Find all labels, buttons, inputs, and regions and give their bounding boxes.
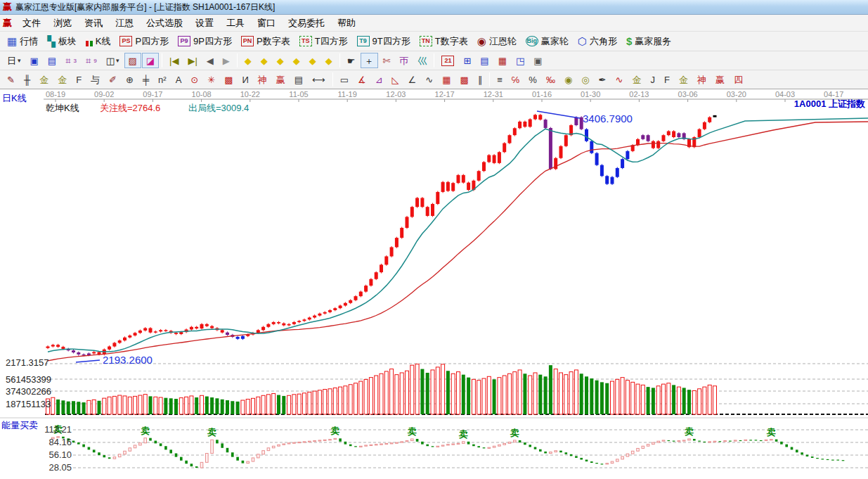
t-number-table-button[interactable]: TNT数字表 bbox=[415, 34, 472, 49]
calculator-tool[interactable]: ⊞ bbox=[459, 53, 475, 68]
go-last-button[interactable]: ▶| bbox=[183, 53, 201, 68]
kline-button[interactable]: K线 bbox=[82, 34, 115, 49]
draw-red-grid-tool[interactable]: ▩ bbox=[220, 72, 237, 87]
draw-list-tool[interactable]: ≡ bbox=[493, 72, 507, 87]
diamond-zoom-out-tool[interactable]: ◆ bbox=[321, 53, 337, 68]
9p-square-button[interactable]: P99P四方形 bbox=[174, 34, 236, 49]
draw-gold-ring-tool[interactable]: ◎ bbox=[577, 72, 593, 87]
draw-fibo-tool[interactable]: F bbox=[72, 72, 86, 87]
cloud-tool[interactable]: 巛 bbox=[413, 53, 431, 68]
menu-item-0[interactable]: 文件 bbox=[16, 15, 47, 32]
bars-9-tool[interactable]: ⌗9 bbox=[82, 53, 101, 68]
draw-shen-grid-tool[interactable]: 神 bbox=[254, 72, 271, 87]
draw-target-tool[interactable]: ⊙ bbox=[186, 72, 202, 87]
step-back-button[interactable]: ◀ bbox=[202, 53, 218, 68]
export-tool[interactable]: ◳ bbox=[512, 53, 529, 68]
draw-j-angle-tool[interactable]: J bbox=[646, 72, 659, 87]
draw-win-angle-tool[interactable]: 赢 bbox=[711, 72, 729, 87]
menu-item-1[interactable]: 浏览 bbox=[47, 15, 78, 32]
pane-label-daily-kline[interactable]: 日K线 bbox=[2, 92, 27, 105]
menu-item-3[interactable]: 江恩 bbox=[109, 15, 140, 32]
bars-3-tool[interactable]: ⌗3 bbox=[61, 53, 81, 68]
notes-tool[interactable]: ▤ bbox=[476, 53, 493, 68]
diamond-move-left-tool[interactable]: ◆ bbox=[240, 53, 256, 68]
go-first-button[interactable]: |◀ bbox=[165, 53, 183, 68]
flag-tool[interactable]: 帀 bbox=[395, 53, 413, 68]
window-cascade-tool[interactable]: ▣ bbox=[26, 53, 43, 68]
draw-shen-angle-tool[interactable]: 神 bbox=[693, 72, 711, 87]
draw-gold-line-tool[interactable]: 金 bbox=[628, 72, 645, 87]
draw-span-tool[interactable]: ⟷ bbox=[308, 72, 330, 87]
menu-item-6[interactable]: 工具 bbox=[220, 15, 251, 32]
draw-time-grid-tool[interactable]: ╪ bbox=[138, 72, 153, 87]
draw-f-angle-tool[interactable]: F bbox=[660, 72, 674, 87]
draw-gold-angle-tool[interactable]: 金 bbox=[675, 72, 692, 87]
hexagon-button[interactable]: ⬡六角形 bbox=[574, 34, 621, 49]
draw-wave-marks-tool[interactable]: И bbox=[238, 72, 252, 87]
draw-fan-square-tool[interactable]: ◺ bbox=[388, 72, 403, 87]
gann-pattern-tool[interactable]: ▨ bbox=[124, 53, 141, 68]
step-forward-button[interactable]: ▶ bbox=[219, 53, 234, 68]
draw-fan-tool[interactable]: ∡ bbox=[354, 72, 370, 87]
draw-time-grid-tool-icon: ╪ bbox=[143, 75, 149, 84]
menu-item-2[interactable]: 资讯 bbox=[78, 15, 109, 32]
quotes-button[interactable]: ▦行情 bbox=[3, 34, 42, 49]
diamond-expand-tool[interactable]: ◆ bbox=[273, 53, 288, 68]
winner-wheel-button[interactable]: Big赢家轮 bbox=[522, 34, 573, 49]
p-number-table-button[interactable]: PNP数字表 bbox=[237, 34, 294, 49]
sectors-button[interactable]: ▚板块 bbox=[43, 34, 81, 49]
info-panel-tool[interactable]: ▤ bbox=[44, 53, 60, 68]
draw-ruler-table-tool[interactable]: ▤ bbox=[290, 72, 307, 87]
draw-mirror-tool[interactable]: A bbox=[171, 72, 186, 87]
draw-grid-b-tool[interactable]: ▩ bbox=[455, 72, 472, 87]
draw-si-angle-tool[interactable]: 四 bbox=[730, 72, 747, 87]
save-tool[interactable]: ▦ bbox=[494, 53, 511, 68]
draw-spiral-tool[interactable]: 与 bbox=[86, 72, 104, 87]
draw-gold-circle-tool[interactable]: ◉ bbox=[560, 72, 576, 87]
draw-percent-band-tool[interactable]: ℅ bbox=[507, 72, 524, 87]
draw-grid-a-tool[interactable]: ▦ bbox=[438, 72, 455, 87]
winner-service-button[interactable]: $赢家服务 bbox=[622, 34, 675, 49]
main-toolbar: ▦行情▚板块K线PSP四方形P99P四方形PNP数字表TST四方形T99T四方形… bbox=[0, 32, 868, 51]
draw-gold-pen-tool[interactable]: ✒ bbox=[595, 72, 611, 87]
menu-item-4[interactable]: 公式选股 bbox=[140, 15, 189, 32]
gann-wheel-button[interactable]: ◉江恩轮 bbox=[473, 34, 521, 49]
print-tool[interactable]: ▣ bbox=[529, 53, 546, 68]
diamond-zoom-in-tool[interactable]: ◆ bbox=[305, 53, 320, 68]
kline-chart-canvas[interactable]: 卖卖卖卖卖卖卖卖卖 bbox=[0, 89, 868, 479]
draw-box-tool[interactable]: ▭ bbox=[336, 72, 353, 87]
diamond-compress-tool[interactable]: ◆ bbox=[289, 53, 304, 68]
draw-pen-tool[interactable]: ✎ bbox=[3, 72, 19, 87]
draw-fan-box-tool[interactable]: ⊿ bbox=[371, 72, 387, 87]
draw-gold-grid-tool[interactable]: 金 bbox=[35, 72, 53, 87]
draw-win-grid-tool[interactable]: 赢 bbox=[272, 72, 290, 87]
t-square-button[interactable]: TST四方形 bbox=[295, 34, 352, 49]
calendar-tool[interactable]: 21 bbox=[437, 53, 458, 68]
menu-item-7[interactable]: 窗口 bbox=[251, 15, 282, 32]
period-day-dropdown[interactable]: 日▾ bbox=[3, 53, 25, 68]
angle-cut-tool[interactable]: ✄ bbox=[379, 53, 395, 68]
draw-permille-tool[interactable]: ‰ bbox=[542, 72, 559, 87]
menu-item-8[interactable]: 交易委托 bbox=[282, 15, 331, 32]
draw-marker-tool[interactable]: ✐ bbox=[105, 72, 121, 87]
draw-price-grid-tool[interactable]: ╫ bbox=[20, 72, 34, 87]
diamond-move-right-tool[interactable]: ◆ bbox=[257, 53, 272, 68]
menu-item-9[interactable]: 帮助 bbox=[331, 15, 362, 32]
menu-item-5[interactable]: 设置 bbox=[189, 15, 220, 32]
9t-square-button[interactable]: T99T四方形 bbox=[353, 34, 415, 49]
draw-parallel-tool[interactable]: ∥ bbox=[474, 72, 487, 87]
draw-cycle-circle-tool[interactable]: ⊕ bbox=[122, 72, 138, 87]
title-bar[interactable]: 赢 赢家江恩专业版[赢家内部服务平台] - [上证指数 SH1A0001-167… bbox=[0, 0, 868, 15]
draw-star-tool[interactable]: ✳ bbox=[203, 72, 219, 87]
draw-angle-fan-tool[interactable]: ∠ bbox=[404, 72, 421, 87]
draw-gold-grid2-tool[interactable]: 金 bbox=[53, 72, 71, 87]
hand-tool[interactable]: ☛ bbox=[343, 53, 360, 68]
draw-zigzag-tool[interactable]: ∿ bbox=[421, 72, 437, 87]
candle-style-dropdown[interactable]: ◫▾ bbox=[102, 53, 124, 68]
draw-percent-tool[interactable]: % bbox=[524, 72, 541, 87]
draw-wave-line-tool[interactable]: ∿ bbox=[611, 72, 628, 87]
crosshair-tool[interactable]: ＋ bbox=[361, 53, 378, 68]
p-square-button[interactable]: PSP四方形 bbox=[115, 34, 173, 49]
draw-n-square-tool[interactable]: n² bbox=[154, 72, 171, 87]
volume-profile-tool[interactable]: ◪ bbox=[142, 53, 159, 68]
